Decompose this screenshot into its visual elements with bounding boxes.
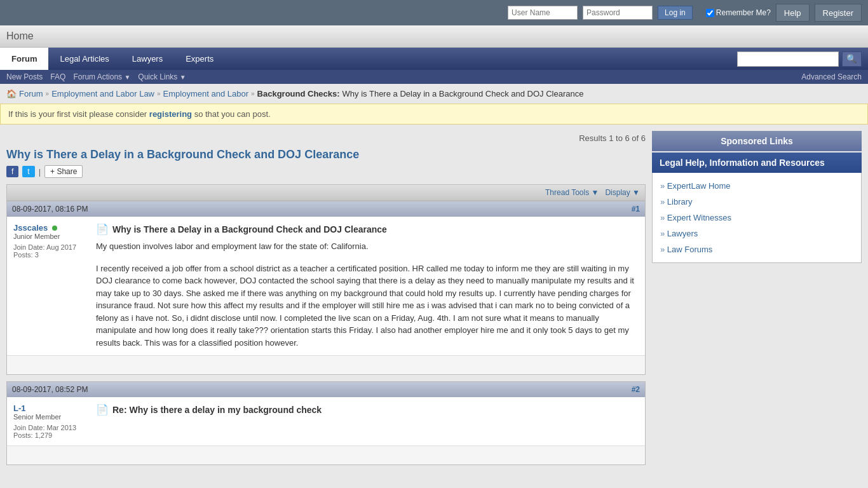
post-2-number: #2 (632, 385, 640, 394)
post-2-footer (7, 445, 645, 464)
new-posts-link[interactable]: New Posts (6, 72, 43, 81)
notice-text-before: If this is your first visit please consi… (8, 109, 147, 119)
sidebar-expertlaw-home[interactable]: ExpertLaw Home (660, 178, 853, 194)
thread-tools-arrow: ▼ (592, 188, 599, 197)
home-icon: 🏠 (6, 89, 17, 98)
doc-icon: 📄 (96, 223, 109, 235)
notice-bar: If this is your first visit please consi… (0, 104, 868, 125)
post-1: 08-09-2017, 08:16 PM #1 Jsscales Junior … (6, 201, 646, 375)
search-input[interactable] (737, 51, 839, 67)
remember-me-label[interactable]: Remember Me? (706, 8, 771, 17)
site-logo[interactable]: Home (6, 30, 34, 42)
post-1-date: 08-09-2017, 08:16 PM (12, 205, 88, 214)
doc-icon-2: 📄 (96, 403, 109, 416)
search-button[interactable]: 🔍 (842, 51, 862, 67)
post-2-username[interactable]: L-1 (13, 403, 90, 413)
registering-link[interactable]: registering (149, 109, 192, 119)
quick-links-dropdown[interactable]: Quick Links ▼ (138, 72, 186, 81)
post-2-rank: Senior Member (13, 413, 90, 421)
breadcrumb-forum[interactable]: Forum (19, 89, 43, 98)
sidebar-law-forums[interactable]: Law Forums (660, 241, 853, 257)
post-1-joindate: Join Date: Aug 2017 Posts: 3 (13, 243, 90, 259)
post-1-rank: Junior Member (13, 233, 90, 240)
sponsored-links-header: Sponsored Links (652, 131, 862, 151)
post-1-intro: My question involves labor and employmen… (96, 240, 639, 253)
main-nav: Forum Legal Articles Lawyers Experts 🔍 (0, 48, 868, 70)
nav-legal-articles[interactable]: Legal Articles (48, 48, 120, 70)
post-1-online-indicator (52, 226, 57, 231)
twitter-share-button[interactable]: t (22, 166, 34, 177)
post-1-username[interactable]: Jsscales (13, 223, 90, 233)
sidebar-library[interactable]: Library (660, 194, 853, 210)
post-1-footer (7, 355, 645, 374)
remember-me-checkbox[interactable] (706, 9, 714, 17)
nav-forum[interactable]: Forum (0, 48, 48, 70)
sep3: » (251, 90, 255, 97)
post-2-body: L-1 Senior Member Join Date: Mar 2013 Po… (7, 397, 645, 445)
post-1-body: Jsscales Junior Member Join Date: Aug 20… (7, 217, 645, 355)
forum-actions-arrow: ▼ (124, 74, 130, 81)
post-1-number: #1 (632, 205, 640, 214)
advanced-search-link[interactable]: Advanced Search (801, 72, 862, 81)
post-2-user-info: L-1 Senior Member Join Date: Mar 2013 Po… (13, 403, 90, 439)
share-button[interactable]: + Share (44, 165, 83, 178)
password-input[interactable] (583, 6, 653, 20)
breadcrumb: 🏠 Forum » Employment and Labor Law » Emp… (0, 84, 868, 104)
help-button[interactable]: Help (776, 4, 810, 22)
results-line: Results 1 to 6 of 6 (6, 131, 646, 148)
nav-experts[interactable]: Experts (174, 48, 225, 70)
share-separator: | (39, 167, 41, 177)
post-1-header: 08-09-2017, 08:16 PM #1 (7, 201, 645, 217)
thread-title: Why is There a Delay in a Background Che… (6, 148, 646, 161)
display-dropdown[interactable]: Display ▼ (605, 188, 640, 197)
main-content: Results 1 to 6 of 6 Why is There a Delay… (6, 131, 646, 471)
breadcrumb-page-title: Why is There a Delay in a Background Che… (342, 89, 584, 98)
thread-title-link[interactable]: Why is There a Delay in a Background Che… (6, 148, 359, 161)
post-1-title: 📄 Why is There a Delay in a Background C… (96, 223, 639, 235)
sidebar-links: ExpertLaw Home Library Expert Witnesses … (652, 173, 862, 263)
sep2: » (157, 90, 161, 97)
register-button[interactable]: Register (815, 4, 862, 22)
post-1-content: 📄 Why is There a Delay in a Background C… (96, 223, 639, 349)
post-2-date: 08-09-2017, 08:52 PM (12, 385, 88, 394)
forum-actions-dropdown[interactable]: Forum Actions ▼ (73, 72, 130, 81)
login-button[interactable]: Log in (658, 6, 693, 20)
thread-tools-dropdown[interactable]: Thread Tools ▼ (545, 188, 599, 197)
breadcrumb-employment-law[interactable]: Employment and Labor Law (51, 89, 154, 98)
post-2-title: 📄 Re: Why is there a delay in my backgro… (96, 403, 639, 416)
faq-link[interactable]: FAQ (50, 72, 65, 81)
sub-nav: New Posts FAQ Forum Actions ▼ Quick Link… (0, 70, 868, 84)
top-bar: Log in Remember Me? Help Register (0, 0, 868, 25)
display-arrow: ▼ (632, 188, 640, 197)
thread-tools-bar: Thread Tools ▼ Display ▼ (6, 184, 646, 201)
facebook-share-button[interactable]: f (6, 166, 18, 177)
sidebar-lawyers[interactable]: Lawyers (660, 226, 853, 241)
nav-lawyers[interactable]: Lawyers (121, 48, 174, 70)
breadcrumb-current-section: Background Checks: (257, 89, 340, 98)
username-input[interactable] (508, 6, 578, 20)
post-2-header: 08-09-2017, 08:52 PM #2 (7, 382, 645, 397)
post-2-joindate: Join Date: Mar 2013 Posts: 1,279 (13, 424, 90, 439)
quick-links-arrow: ▼ (180, 74, 186, 81)
sidebar-expert-witnesses[interactable]: Expert Witnesses (660, 210, 853, 226)
post-1-text: I recently received a job offer from a s… (96, 262, 639, 349)
legal-help-header: Legal Help, Information and Resources (652, 152, 862, 173)
sep1: » (46, 90, 50, 97)
sidebar: Sponsored Links Legal Help, Information … (652, 131, 862, 263)
notice-text-after: so that you can post. (194, 109, 271, 119)
content-area: Results 1 to 6 of 6 Why is There a Delay… (0, 125, 868, 478)
breadcrumb-employment-labor[interactable]: Employment and Labor (163, 89, 248, 98)
search-area: 🔍 (737, 51, 868, 67)
post-2-content: 📄 Re: Why is there a delay in my backgro… (96, 403, 639, 416)
post-2: 08-09-2017, 08:52 PM #2 L-1 Senior Membe… (6, 381, 646, 465)
post-1-user-info: Jsscales Junior Member Join Date: Aug 20… (13, 223, 90, 259)
site-header: Home (0, 25, 868, 48)
social-share: f t | + Share (6, 165, 646, 178)
